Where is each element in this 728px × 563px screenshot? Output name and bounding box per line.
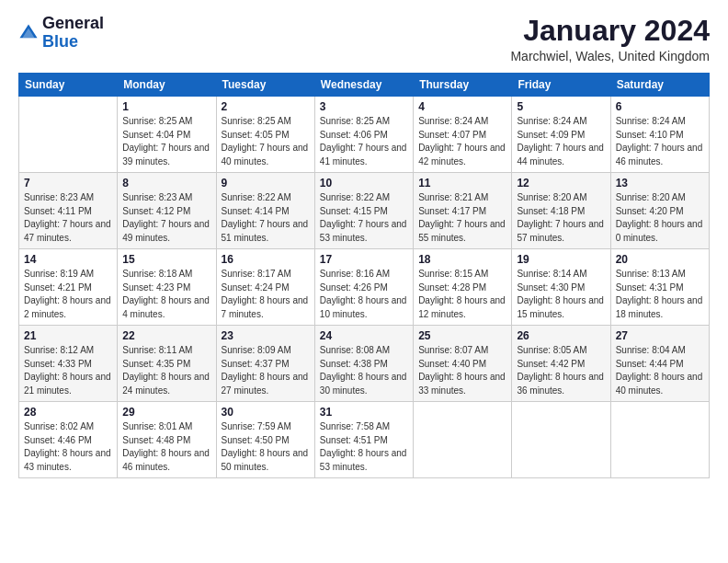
day-number: 3: [320, 100, 408, 113]
calendar-cell: 12Sunrise: 8:20 AMSunset: 4:18 PMDayligh…: [512, 173, 610, 249]
day-detail: Sunrise: 8:24 AMSunset: 4:07 PMDaylight:…: [418, 115, 506, 168]
weekday-header-tuesday: Tuesday: [216, 74, 314, 97]
day-detail: Sunrise: 8:13 AMSunset: 4:31 PMDaylight:…: [616, 268, 704, 321]
day-number: 24: [320, 329, 408, 342]
day-number: 12: [517, 177, 605, 190]
weekday-header-sunday: Sunday: [19, 74, 118, 97]
calendar-cell: 21Sunrise: 8:12 AMSunset: 4:33 PMDayligh…: [19, 326, 118, 402]
logo-blue: Blue: [42, 32, 78, 51]
calendar-cell: 26Sunrise: 8:05 AMSunset: 4:42 PMDayligh…: [512, 326, 610, 402]
day-number: 17: [320, 253, 408, 266]
day-detail: Sunrise: 8:25 AMSunset: 4:06 PMDaylight:…: [320, 115, 408, 168]
day-detail: Sunrise: 8:02 AMSunset: 4:46 PMDaylight:…: [24, 420, 112, 474]
day-detail: Sunrise: 7:58 AMSunset: 4:51 PMDaylight:…: [320, 420, 408, 474]
calendar-cell: [19, 97, 118, 173]
calendar-cell: 28Sunrise: 8:02 AMSunset: 4:46 PMDayligh…: [19, 402, 118, 478]
day-number: 20: [616, 253, 704, 266]
calendar-cell: 19Sunrise: 8:14 AMSunset: 4:30 PMDayligh…: [512, 249, 610, 326]
day-detail: Sunrise: 8:23 AMSunset: 4:12 PMDaylight:…: [122, 191, 210, 245]
day-number: 19: [517, 253, 605, 266]
logo-icon: [18, 23, 39, 43]
day-detail: Sunrise: 8:05 AMSunset: 4:42 PMDaylight:…: [517, 344, 605, 397]
day-detail: Sunrise: 8:25 AMSunset: 4:05 PMDaylight:…: [222, 115, 310, 168]
day-number: 8: [122, 177, 210, 190]
day-number: 9: [222, 177, 310, 190]
day-detail: Sunrise: 8:08 AMSunset: 4:38 PMDaylight:…: [320, 344, 408, 397]
day-number: 27: [616, 329, 704, 342]
day-detail: Sunrise: 8:11 AMSunset: 4:35 PMDaylight:…: [122, 344, 210, 397]
calendar-cell: 31Sunrise: 7:58 AMSunset: 4:51 PMDayligh…: [314, 402, 413, 478]
day-number: 25: [418, 329, 506, 342]
calendar-cell: 20Sunrise: 8:13 AMSunset: 4:31 PMDayligh…: [610, 249, 709, 326]
calendar-cell: 16Sunrise: 8:17 AMSunset: 4:24 PMDayligh…: [216, 249, 314, 326]
day-number: 18: [418, 253, 506, 266]
calendar-cell: 5Sunrise: 8:24 AMSunset: 4:09 PMDaylight…: [512, 97, 610, 173]
day-detail: Sunrise: 8:24 AMSunset: 4:09 PMDaylight:…: [517, 115, 605, 168]
calendar-cell: 9Sunrise: 8:22 AMSunset: 4:14 PMDaylight…: [216, 173, 314, 249]
weekday-header-monday: Monday: [118, 74, 216, 97]
calendar-cell: 29Sunrise: 8:01 AMSunset: 4:48 PMDayligh…: [118, 402, 216, 478]
calendar-cell: 10Sunrise: 8:22 AMSunset: 4:15 PMDayligh…: [314, 173, 413, 249]
title-block: January 2024 Marchwiel, Wales, United Ki…: [510, 15, 710, 63]
calendar-cell: [610, 402, 709, 478]
week-row-2: 7Sunrise: 8:23 AMSunset: 4:11 PMDaylight…: [19, 173, 710, 249]
calendar-cell: 23Sunrise: 8:09 AMSunset: 4:37 PMDayligh…: [216, 326, 314, 402]
month-year: January 2024: [510, 15, 710, 47]
day-number: 23: [222, 329, 310, 342]
day-detail: Sunrise: 8:15 AMSunset: 4:28 PMDaylight:…: [418, 268, 506, 321]
day-detail: Sunrise: 8:20 AMSunset: 4:18 PMDaylight:…: [517, 191, 605, 245]
day-detail: Sunrise: 8:19 AMSunset: 4:21 PMDaylight:…: [24, 268, 112, 321]
day-number: 16: [222, 253, 310, 266]
location: Marchwiel, Wales, United Kingdom: [510, 49, 710, 63]
logo-text: General Blue: [42, 15, 104, 52]
day-detail: Sunrise: 8:04 AMSunset: 4:44 PMDaylight:…: [616, 344, 704, 397]
day-number: 29: [122, 406, 210, 419]
day-detail: Sunrise: 8:14 AMSunset: 4:30 PMDaylight:…: [517, 268, 605, 321]
day-number: 26: [517, 329, 605, 342]
week-row-1: 1Sunrise: 8:25 AMSunset: 4:04 PMDaylight…: [19, 97, 710, 173]
day-detail: Sunrise: 8:16 AMSunset: 4:26 PMDaylight:…: [320, 268, 408, 321]
day-number: 13: [616, 177, 704, 190]
week-row-4: 21Sunrise: 8:12 AMSunset: 4:33 PMDayligh…: [19, 326, 710, 402]
calendar-cell: 18Sunrise: 8:15 AMSunset: 4:28 PMDayligh…: [414, 249, 512, 326]
weekday-header-wednesday: Wednesday: [314, 74, 413, 97]
day-number: 21: [24, 329, 112, 342]
day-detail: Sunrise: 7:59 AMSunset: 4:50 PMDaylight:…: [222, 420, 310, 474]
calendar-cell: 4Sunrise: 8:24 AMSunset: 4:07 PMDaylight…: [414, 97, 512, 173]
weekday-header-saturday: Saturday: [610, 74, 709, 97]
day-number: 22: [122, 329, 210, 342]
day-detail: Sunrise: 8:22 AMSunset: 4:14 PMDaylight:…: [222, 191, 310, 245]
calendar-cell: 22Sunrise: 8:11 AMSunset: 4:35 PMDayligh…: [118, 326, 216, 402]
day-number: 11: [418, 177, 506, 190]
calendar-cell: 8Sunrise: 8:23 AMSunset: 4:12 PMDaylight…: [118, 173, 216, 249]
weekday-header-row: SundayMondayTuesdayWednesdayThursdayFrid…: [19, 74, 710, 97]
calendar-cell: [414, 402, 512, 478]
day-detail: Sunrise: 8:17 AMSunset: 4:24 PMDaylight:…: [222, 268, 310, 321]
day-detail: Sunrise: 8:22 AMSunset: 4:15 PMDaylight:…: [320, 191, 408, 245]
header: General Blue January 2024 Marchwiel, Wal…: [18, 15, 710, 63]
day-detail: Sunrise: 8:25 AMSunset: 4:04 PMDaylight:…: [122, 115, 210, 168]
week-row-3: 14Sunrise: 8:19 AMSunset: 4:21 PMDayligh…: [19, 249, 710, 326]
calendar-cell: 2Sunrise: 8:25 AMSunset: 4:05 PMDaylight…: [216, 97, 314, 173]
calendar-cell: 30Sunrise: 7:59 AMSunset: 4:50 PMDayligh…: [216, 402, 314, 478]
calendar-cell: 27Sunrise: 8:04 AMSunset: 4:44 PMDayligh…: [610, 326, 709, 402]
calendar-cell: 3Sunrise: 8:25 AMSunset: 4:06 PMDaylight…: [314, 97, 413, 173]
logo: General Blue: [18, 15, 104, 52]
day-number: 14: [24, 253, 112, 266]
calendar-table: SundayMondayTuesdayWednesdayThursdayFrid…: [18, 73, 710, 478]
calendar-cell: 24Sunrise: 8:08 AMSunset: 4:38 PMDayligh…: [314, 326, 413, 402]
day-detail: Sunrise: 8:20 AMSunset: 4:20 PMDaylight:…: [616, 191, 704, 245]
calendar-cell: [512, 402, 610, 478]
calendar-cell: 14Sunrise: 8:19 AMSunset: 4:21 PMDayligh…: [19, 249, 118, 326]
day-number: 10: [320, 177, 408, 190]
day-number: 28: [24, 406, 112, 419]
calendar-cell: 7Sunrise: 8:23 AMSunset: 4:11 PMDaylight…: [19, 173, 118, 249]
weekday-header-friday: Friday: [512, 74, 610, 97]
day-number: 31: [320, 406, 408, 419]
day-detail: Sunrise: 8:18 AMSunset: 4:23 PMDaylight:…: [122, 268, 210, 321]
calendar-cell: 1Sunrise: 8:25 AMSunset: 4:04 PMDaylight…: [118, 97, 216, 173]
calendar-cell: 25Sunrise: 8:07 AMSunset: 4:40 PMDayligh…: [414, 326, 512, 402]
calendar-cell: 11Sunrise: 8:21 AMSunset: 4:17 PMDayligh…: [414, 173, 512, 249]
day-number: 4: [418, 100, 506, 113]
day-number: 30: [222, 406, 310, 419]
